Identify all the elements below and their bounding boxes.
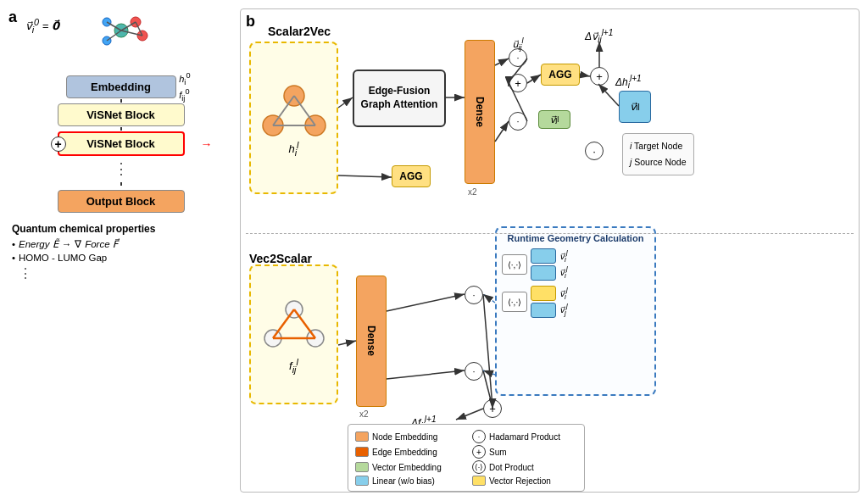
- svg-line-23: [338, 97, 353, 108]
- molecule-area: v⃗i0 = 0⃗: [8, 13, 233, 72]
- props-dots: ⋮: [19, 265, 233, 281]
- target-node: i Target Node: [630, 138, 687, 154]
- svg-line-20: [294, 309, 315, 338]
- diagram-area: Scalar2Vec Vec2Scalar hil: [246, 23, 854, 495]
- svg-line-38: [483, 294, 492, 407]
- vi-label-1: v⃗il: [559, 249, 568, 264]
- molecule-svg: [83, 15, 159, 70]
- blue-boxes-1: [531, 248, 556, 281]
- vi-label-2: v⃗il: [559, 265, 568, 280]
- visnet-block-2-red: ViSNet Block +: [58, 131, 185, 156]
- dense-box-bottom: Dense: [356, 276, 387, 407]
- plus-circle-top: +: [509, 74, 527, 92]
- svg-line-42: [483, 294, 495, 303]
- runtime-row-1: ⟨·,·⟩ v⃗il v⃗il: [502, 248, 649, 281]
- yellow-2a: [531, 286, 556, 301]
- legend-dot-product: ⟨·⟩ Dot Product: [472, 460, 577, 474]
- delta-v-label: Δv⃗ijl+1: [585, 28, 613, 44]
- visnet-block-2-label: ViSNet Block: [86, 137, 155, 150]
- x2-bottom: x2: [359, 409, 369, 419]
- agg-box-top: AGG: [392, 165, 431, 187]
- vi-blue-right: v⃗il: [619, 91, 651, 123]
- legend-linear: Linear (w/o bias): [355, 476, 460, 486]
- red-arrow: →: [201, 137, 213, 151]
- svg-line-27: [495, 121, 509, 142]
- top-graph-area: hil: [249, 42, 338, 194]
- prop-energy: • Energy EnergyẼ → ∇ Force F⃗: [12, 238, 233, 250]
- fij-label: fijl: [289, 357, 298, 375]
- circle-dot-2: ·: [509, 112, 527, 131]
- target-source-box: i Target Node j Source Node: [622, 133, 694, 175]
- connector-1: [120, 99, 122, 103]
- svg-line-24: [338, 175, 392, 177]
- visnet-block-1: ViSNet Block: [58, 103, 185, 126]
- connector-3: [120, 182, 122, 186]
- v-labels-2: v⃗il v⃗jl: [559, 287, 568, 318]
- bottom-graph-svg: [256, 294, 332, 362]
- svg-line-36: [387, 294, 465, 311]
- props-title: Quantum chemical properties: [12, 223, 233, 235]
- svg-line-31: [527, 75, 541, 83]
- legend-vector-embedding: Vector Embedding: [355, 460, 460, 474]
- top-graph-svg: [256, 79, 332, 147]
- svg-line-14: [294, 96, 315, 125]
- inner-product-1: ⟨·,·⟩: [502, 254, 527, 275]
- agg-box-right: AGG: [541, 64, 580, 86]
- vi-label-3: v⃗il: [559, 287, 568, 301]
- arch-blocks: Embedding hi0 fij0 ViSNet Block ViSNet B…: [8, 75, 233, 213]
- plus-circle-right: +: [590, 67, 609, 86]
- minus-circle-1: ·: [585, 142, 604, 160]
- x2-top: x2: [468, 187, 477, 197]
- runtime-title: Runtime Geometry Calculation: [502, 233, 649, 243]
- bottom-graph-area: fijl: [249, 264, 338, 404]
- embedding-block: Embedding: [66, 75, 176, 98]
- svg-line-41: [456, 409, 483, 420]
- connector-2: [120, 127, 122, 131]
- circle-dot-bottom-1: ·: [465, 286, 483, 304]
- circle-dot-bottom-2: ·: [465, 362, 483, 381]
- vec2scalar-label: Vec2Scalar: [249, 252, 312, 265]
- left-panel: a v⃗i0 = 0⃗: [8, 8, 233, 493]
- panel-label-b: b: [246, 13, 255, 31]
- vj-green: v⃗jl: [538, 110, 570, 129]
- vec-label: v⃗i0 = 0⃗: [25, 17, 59, 35]
- svg-line-26: [495, 58, 509, 65]
- hi-label: hil: [288, 140, 298, 158]
- dots: ⋮: [114, 159, 129, 178]
- svg-line-35: [338, 341, 356, 345]
- legend-sum: + Sum: [472, 445, 577, 459]
- legend-hadamard: · Hadamard Product: [472, 430, 577, 443]
- plus-circle: +: [51, 136, 66, 152]
- blue-1b: [531, 265, 556, 281]
- f0-label: fij0: [179, 88, 190, 103]
- dense-box-top: Dense: [465, 40, 495, 184]
- runtime-row-2: ⟨·,·⟩ v⃗il v⃗jl: [502, 286, 649, 318]
- blue-2b: [531, 303, 556, 318]
- vj-label: v⃗jl: [559, 303, 568, 317]
- legend-box: Node Embedding · Hadamard Product Edge E…: [348, 424, 585, 492]
- svg-line-19: [273, 309, 294, 338]
- yellow-blue-boxes: [531, 286, 556, 318]
- legend-node-embedding: Node Embedding: [355, 430, 460, 443]
- source-node: j Source Node: [630, 154, 687, 170]
- legend-edge-embedding: Edge Embedding: [355, 445, 460, 459]
- runtime-geometry-box: Runtime Geometry Calculation ⟨·,·⟩ v⃗il …: [495, 226, 656, 396]
- right-panel: b Scalar2Vec Vec2Scalar hil: [240, 8, 860, 493]
- delta-h-label: Δhil+1: [615, 74, 642, 90]
- blue-1a: [531, 248, 556, 264]
- panel-label-a: a: [8, 8, 17, 26]
- divider-line: [246, 233, 854, 234]
- legend-vector-rejection: Vector Rejection: [472, 476, 577, 486]
- h0-label: hi0: [179, 71, 190, 86]
- prop-homo-lumo: • HOMO - LUMO Gap: [12, 253, 233, 263]
- inner-product-2: ⟨·,·⟩: [502, 292, 527, 312]
- scalar2vec-label: Scalar2Vec: [268, 25, 331, 38]
- svg-line-32: [580, 75, 590, 76]
- svg-line-37: [387, 370, 465, 379]
- plus-circle-bottom: +: [483, 399, 502, 418]
- output-block: Output Block: [58, 190, 185, 213]
- uij-label: u⃗ijl: [509, 36, 527, 52]
- svg-line-13: [273, 96, 294, 125]
- v-labels-1: v⃗il v⃗il: [559, 249, 568, 281]
- properties-section: Quantum chemical properties • Energy Ene…: [8, 223, 233, 281]
